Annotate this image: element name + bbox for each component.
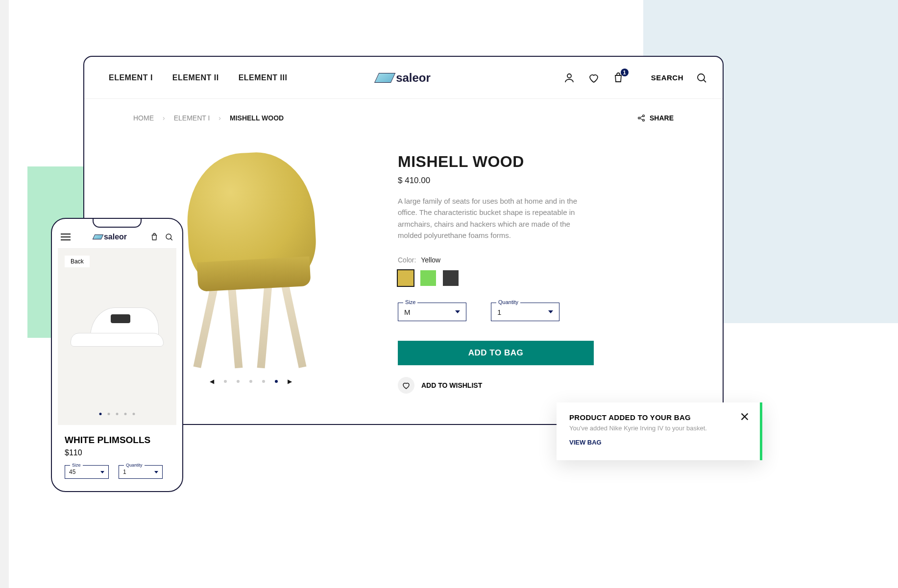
close-icon[interactable] (739, 411, 750, 422)
add-to-wishlist-button[interactable]: ADD TO WISHLIST (398, 377, 674, 394)
toast-message: You've added Nike Kyrie Irving IV to you… (569, 424, 747, 432)
swatch-yellow[interactable] (398, 270, 413, 286)
gallery-prev-icon[interactable]: ◀ (210, 378, 214, 385)
quantity-value: 1 (497, 308, 501, 316)
product-info: MISHELL WOOD $ 410.00 A large family of … (398, 114, 674, 394)
color-label: Color: Yellow (398, 256, 440, 264)
chevron-right-icon: › (218, 114, 221, 122)
search-icon[interactable] (695, 71, 708, 84)
mobile-header: saleor (58, 225, 176, 249)
logo-mark-icon (374, 73, 395, 83)
gallery-dot[interactable] (249, 380, 252, 383)
selects-row: Size M Quantity 1 (398, 303, 674, 321)
back-button[interactable]: Back (65, 256, 90, 267)
heart-icon (398, 377, 414, 394)
product-image[interactable] (158, 153, 344, 368)
mobile-size-select[interactable]: Size 45 (65, 465, 109, 479)
mobile-logo[interactable]: saleor (94, 233, 127, 241)
toast-title: PRODUCT ADDED TO YOUR BAG (569, 413, 747, 422)
caret-down-icon (154, 471, 158, 473)
breadcrumb: HOME › ELEMENT I › MISHELL WOOD (133, 114, 284, 122)
chair-illustration (158, 153, 344, 368)
header: ELEMENT I ELEMENT II ELEMENT III saleor … (84, 57, 723, 99)
gallery-dot[interactable] (116, 413, 119, 415)
gallery-next-icon[interactable]: ▶ (288, 378, 292, 385)
nav-item-element-2[interactable]: ELEMENT II (172, 73, 219, 82)
swatch-black[interactable] (443, 270, 459, 286)
bag-icon[interactable] (150, 233, 159, 241)
mobile-gallery: Back (58, 249, 176, 425)
gallery-dot-active[interactable] (99, 413, 102, 415)
mobile-product-info: WHITE PLIMSOLLS $110 Size 45 Quantity 1 (58, 425, 176, 489)
gallery-dot-active[interactable] (275, 380, 278, 383)
share-label: SHARE (650, 114, 674, 122)
breadcrumb-row: HOME › ELEMENT I › MISHELL WOOD SHARE (133, 114, 674, 122)
mobile-product-title: WHITE PLIMSOLLS (65, 435, 170, 446)
quantity-select[interactable]: Quantity 1 (491, 303, 559, 321)
mobile-frame: saleor Back WHITE PLIMSOLLS $110 Size 45 (51, 218, 183, 492)
share-button[interactable]: SHARE (637, 114, 674, 122)
mobile-selects: Size 45 Quantity 1 (65, 465, 170, 479)
wishlist-label: ADD TO WISHLIST (421, 381, 482, 389)
main-nav: ELEMENT I ELEMENT II ELEMENT III (109, 73, 287, 82)
gallery-dot[interactable] (237, 380, 240, 383)
product-title: MISHELL WOOD (398, 153, 674, 171)
gallery-dot[interactable] (108, 413, 110, 415)
logo-text: saleor (396, 71, 431, 85)
nav-item-element-1[interactable]: ELEMENT I (109, 73, 153, 82)
add-to-bag-button[interactable]: ADD TO BAG (398, 341, 594, 365)
breadcrumb-category[interactable]: ELEMENT I (174, 114, 210, 122)
mobile-gallery-pagination (99, 413, 135, 415)
view-bag-link[interactable]: VIEW BAG (569, 439, 602, 446)
size-label: Size (70, 463, 83, 468)
size-label: Size (403, 299, 417, 305)
svg-point-0 (567, 74, 571, 78)
color-swatches (398, 270, 674, 286)
gallery-pagination: ◀ ▶ (210, 378, 292, 385)
toast-notification: PRODUCT ADDED TO YOUR BAG You've added N… (557, 402, 762, 460)
cart-badge: 1 (621, 69, 629, 76)
mobile-header-icons (150, 233, 173, 241)
menu-icon[interactable] (61, 232, 71, 242)
mobile-product-image[interactable] (71, 303, 164, 347)
nav-item-element-3[interactable]: ELEMENT III (239, 73, 288, 82)
color-option: Color: Yellow (398, 256, 674, 286)
chevron-right-icon: › (163, 114, 165, 122)
size-value: 45 (69, 469, 75, 475)
logo-mark-icon (93, 235, 104, 239)
gallery-dot[interactable] (133, 413, 135, 415)
product-description: A large family of seats for uses both at… (398, 195, 594, 241)
mobile-quantity-select[interactable]: Quantity 1 (119, 465, 163, 479)
size-select[interactable]: Size M (398, 303, 466, 321)
decorative-stripe (0, 0, 9, 588)
share-icon (637, 114, 646, 122)
gallery-dot[interactable] (262, 380, 265, 383)
caret-down-icon (455, 310, 460, 313)
svg-point-5 (166, 234, 171, 239)
header-actions: 1 SEARCH (563, 71, 708, 84)
search-label[interactable]: SEARCH (651, 73, 683, 82)
size-value: M (404, 308, 411, 316)
cart-icon[interactable]: 1 (612, 71, 625, 84)
quantity-label: Quantity (496, 299, 520, 305)
account-icon[interactable] (563, 71, 576, 84)
breadcrumb-current: MISHELL WOOD (230, 114, 284, 122)
logo[interactable]: saleor (376, 71, 431, 85)
phone-notch (93, 219, 142, 228)
quantity-value: 1 (123, 469, 126, 475)
product-price: $ 410.00 (398, 176, 674, 186)
svg-point-1 (698, 74, 704, 81)
mobile-product-price: $110 (65, 448, 170, 457)
wishlist-icon[interactable] (587, 71, 600, 84)
caret-down-icon (548, 310, 553, 313)
search-icon[interactable] (165, 233, 173, 241)
gallery-dot[interactable] (224, 380, 227, 383)
color-value: Yellow (421, 256, 440, 264)
quantity-label: Quantity (124, 463, 145, 468)
gallery-dot[interactable] (124, 413, 127, 415)
breadcrumb-home[interactable]: HOME (133, 114, 154, 122)
caret-down-icon (100, 471, 104, 473)
swatch-green[interactable] (420, 270, 436, 286)
